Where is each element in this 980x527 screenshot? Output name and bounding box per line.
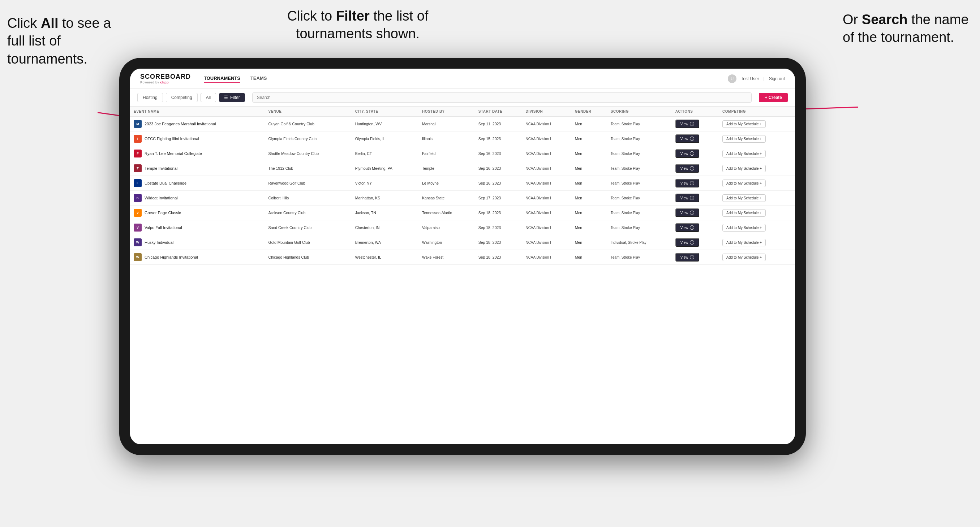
cell-hosted-by: Kansas State <box>418 191 475 206</box>
col-venue: VENUE <box>265 106 352 117</box>
cell-gender: Men <box>571 206 607 220</box>
view-button[interactable]: View i <box>675 238 700 247</box>
event-name-text: Ryan T. Lee Memorial Collegiate <box>145 151 202 156</box>
col-event-name: EVENT NAME <box>130 106 265 117</box>
col-city-state: CITY, STATE <box>352 106 418 117</box>
cell-scoring: Team, Stroke Play <box>607 161 672 176</box>
filter-button[interactable]: ☰ Filter <box>219 93 245 102</box>
add-schedule-button[interactable]: Add to My Schedule + <box>722 209 766 217</box>
table-body: M 2023 Joe Feaganes Marshall Invitationa… <box>130 117 795 265</box>
cell-division: NCAA Division I <box>522 235 571 250</box>
filter-icon: ☰ <box>224 95 228 100</box>
info-icon: i <box>690 122 694 126</box>
event-name-text: Chicago Highlands Invitational <box>145 255 198 259</box>
logo-powered: Powered by clipp <box>140 81 191 84</box>
info-icon: i <box>690 211 694 215</box>
top-nav: SCOREBOARD Powered by clipp TOURNAMENTS … <box>130 68 795 89</box>
info-icon: i <box>690 137 694 141</box>
cell-hosted-by: Tennessee-Martin <box>418 206 475 220</box>
cell-city-state: Plymouth Meeting, PA <box>352 161 418 176</box>
cell-scoring: Team, Stroke Play <box>607 146 672 161</box>
cell-start-date: Sep 18, 2023 <box>475 206 522 220</box>
tab-hosting[interactable]: Hosting <box>137 93 163 102</box>
event-name-text: Wildcat Invitational <box>145 196 178 200</box>
event-name-text: Temple Invitational <box>145 166 177 170</box>
add-schedule-button[interactable]: Add to My Schedule + <box>722 135 766 143</box>
cell-scoring: Team, Stroke Play <box>607 132 672 146</box>
event-name-text: OFCC Fighting Illini Invitational <box>145 137 199 141</box>
event-name-text: Upstate Dual Challenge <box>145 181 186 185</box>
cell-start-date: Sep 18, 2023 <box>475 220 522 235</box>
view-button[interactable]: View i <box>675 223 700 232</box>
create-button[interactable]: + Create <box>759 93 788 102</box>
info-icon: i <box>690 151 694 156</box>
cell-gender: Men <box>571 176 607 191</box>
table-row: V Grover Page Classic Jackson Country Cl… <box>130 206 795 220</box>
cell-hosted-by: Illinois <box>418 132 475 146</box>
search-input[interactable] <box>252 92 752 103</box>
cell-gender: Men <box>571 161 607 176</box>
view-button[interactable]: View i <box>675 253 700 262</box>
cell-city-state: Huntington, WV <box>352 117 418 132</box>
view-button[interactable]: View i <box>675 119 700 128</box>
team-logo: M <box>134 120 142 128</box>
signout-link[interactable]: Sign out <box>769 76 785 81</box>
table-container: EVENT NAME VENUE CITY, STATE HOSTED BY S… <box>130 106 795 444</box>
cell-venue: Colbert Hills <box>265 191 352 206</box>
cell-competing: Add to My Schedule + <box>719 191 795 206</box>
cell-event-name: K Wildcat Invitational <box>130 191 265 206</box>
view-button[interactable]: View i <box>675 164 700 173</box>
cell-venue: Jackson Country Club <box>265 206 352 220</box>
cell-city-state: Manhattan, KS <box>352 191 418 206</box>
team-logo: W <box>134 253 142 261</box>
tab-competing[interactable]: Competing <box>166 93 198 102</box>
filter-label: Filter <box>230 95 240 100</box>
event-name-text: Grover Page Classic <box>145 211 181 215</box>
cell-event-name: T Temple Invitational <box>130 161 265 176</box>
team-logo: V <box>134 209 142 217</box>
cell-competing: Add to My Schedule + <box>719 250 795 265</box>
cell-gender: Men <box>571 117 607 132</box>
view-button[interactable]: View i <box>675 134 700 143</box>
annotation-top-right: Or Search the name of the tournament. <box>843 11 973 47</box>
nav-teams[interactable]: TEAMS <box>250 74 267 83</box>
cell-venue: Chicago Highlands Club <box>265 250 352 265</box>
cell-division: NCAA Division I <box>522 250 571 265</box>
tab-all[interactable]: All <box>200 93 216 102</box>
cell-venue: Guyan Golf & Country Club <box>265 117 352 132</box>
cell-scoring: Team, Stroke Play <box>607 206 672 220</box>
cell-scoring: Team, Stroke Play <box>607 176 672 191</box>
filter-bar: Hosting Competing All ☰ Filter + Create <box>130 89 795 106</box>
cell-gender: Men <box>571 146 607 161</box>
view-button[interactable]: View i <box>675 194 700 202</box>
view-button[interactable]: View i <box>675 208 700 217</box>
view-button[interactable]: View i <box>675 179 700 187</box>
cell-start-date: Sep 18, 2023 <box>475 250 522 265</box>
view-button[interactable]: View i <box>675 149 700 158</box>
cell-competing: Add to My Schedule + <box>719 161 795 176</box>
add-schedule-button[interactable]: Add to My Schedule + <box>722 165 766 172</box>
cell-venue: Olympia Fields Country Club <box>265 132 352 146</box>
add-schedule-button[interactable]: Add to My Schedule + <box>722 194 766 202</box>
cell-actions: View i <box>672 220 719 235</box>
cell-event-name: I OFCC Fighting Illini Invitational <box>130 132 265 146</box>
table-row: L Upstate Dual Challenge Ravenwood Golf … <box>130 176 795 191</box>
add-schedule-button[interactable]: Add to My Schedule + <box>722 224 766 232</box>
cell-event-name: V Valpo Fall Invitational <box>130 220 265 235</box>
col-actions: ACTIONS <box>672 106 719 117</box>
add-schedule-button[interactable]: Add to My Schedule + <box>722 120 766 128</box>
add-schedule-button[interactable]: Add to My Schedule + <box>722 254 766 261</box>
cell-hosted-by: Le Moyne <box>418 176 475 191</box>
add-schedule-button[interactable]: Add to My Schedule + <box>722 179 766 187</box>
cell-gender: Men <box>571 132 607 146</box>
nav-links: TOURNAMENTS TEAMS <box>204 74 728 83</box>
cell-scoring: Team, Stroke Play <box>607 191 672 206</box>
cell-start-date: Sep 16, 2023 <box>475 146 522 161</box>
add-schedule-button[interactable]: Add to My Schedule + <box>722 150 766 157</box>
nav-tournaments[interactable]: TOURNAMENTS <box>204 74 240 83</box>
add-schedule-button[interactable]: Add to My Schedule + <box>722 239 766 246</box>
cell-actions: View i <box>672 117 719 132</box>
table-row: T Temple Invitational The 1912 Club Plym… <box>130 161 795 176</box>
cell-start-date: Sep 17, 2023 <box>475 191 522 206</box>
cell-actions: View i <box>672 161 719 176</box>
